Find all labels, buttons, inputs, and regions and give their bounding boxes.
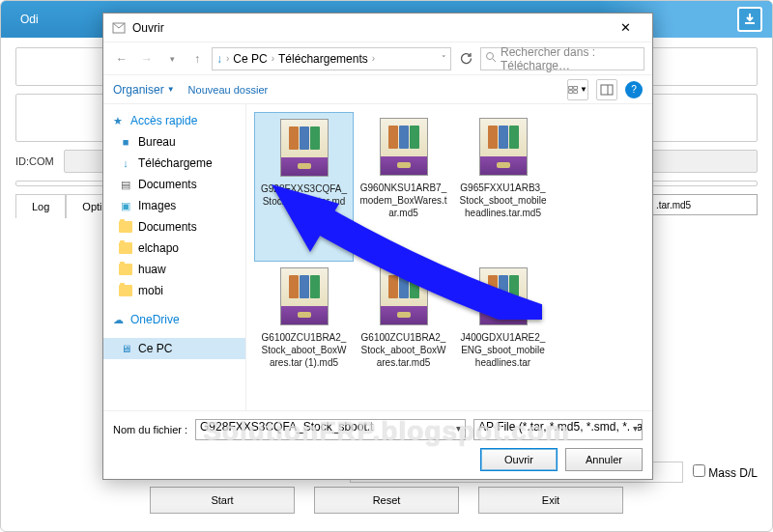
start-button[interactable]: Start — [150, 487, 295, 514]
file-item[interactable]: G965FXXU1ARB3_Stock_sboot_mobileheadline… — [453, 112, 553, 262]
tree-documents[interactable]: ▤Documents — [103, 174, 245, 195]
filename-label: Nom du fichier : — [113, 424, 187, 435]
filename-input[interactable]: G928FXXS3CQFA_Stock_sboot.t — [195, 419, 466, 440]
exit-button[interactable]: Exit — [478, 487, 623, 514]
file-label: G6100ZCU1BRA2_Stock_aboot_BoxWares.tar (… — [260, 331, 348, 369]
file-item[interactable]: J400GDXU1ARE2_ENG_sboot_mobileheadlines.… — [453, 262, 553, 410]
reset-button[interactable]: Reset — [314, 487, 459, 514]
organize-button[interactable]: Organiser ▼ — [113, 83, 175, 97]
svg-rect-4 — [569, 90, 573, 93]
download-icon — [737, 7, 762, 32]
refresh-button[interactable] — [455, 48, 476, 70]
file-open-dialog: Ouvrir ✕ ← → ▾ ↑ ↓ › Ce PC › Téléchargem… — [102, 13, 653, 480]
tree-huaw[interactable]: huaw — [103, 259, 245, 280]
nav-forward-button[interactable]: → — [136, 48, 157, 70]
open-button[interactable]: Ouvrir — [480, 448, 558, 471]
svg-rect-6 — [601, 85, 613, 95]
file-label: G928FXXS3CQFA_Stock_sboot.tar.md5 — [261, 182, 347, 220]
help-button[interactable]: ? — [625, 81, 643, 98]
file-item[interactable]: G6100ZCU1BRA2_Stock_aboot_BoxWares.tar (… — [254, 262, 354, 410]
archive-icon — [280, 119, 329, 177]
address-dropdown-icon[interactable]: ˅ — [442, 54, 446, 64]
tab-log[interactable]: Log — [15, 194, 66, 218]
cancel-button[interactable]: Annuler — [565, 448, 643, 471]
close-button[interactable]: ✕ — [606, 14, 644, 42]
svg-rect-5 — [574, 90, 578, 93]
file-label: G6100ZCU1BRA2_Stock_aboot_BoxWares.tar.m… — [359, 331, 447, 369]
tree-elchapo[interactable]: elchapo — [103, 238, 245, 259]
svg-rect-2 — [569, 86, 573, 89]
tree-quick-access[interactable]: ★Accès rapide — [103, 110, 245, 131]
files-pane[interactable]: G928FXXS3CQFA_Stock_sboot.tar.md5 G960NK… — [246, 104, 652, 410]
svg-point-1 — [487, 53, 494, 60]
archive-icon — [380, 267, 428, 325]
file-label: J400GDXU1ARE2_ENG_sboot_mobileheadlines.… — [459, 331, 547, 369]
file-item[interactable]: G928FXXS3CQFA_Stock_sboot.tar.md5 — [254, 112, 354, 262]
file-label: G965FXXU1ARB3_Stock_sboot_mobileheadline… — [459, 182, 547, 219]
breadcrumb-folder[interactable]: Téléchargements — [278, 52, 368, 66]
archive-icon — [479, 267, 528, 325]
tree-desktop[interactable]: ■Bureau — [103, 131, 245, 153]
nav-up-button[interactable]: ↑ — [186, 48, 208, 70]
dialog-icon — [111, 20, 127, 36]
tree-onedrive[interactable]: ☁OneDrive — [103, 309, 245, 330]
svg-rect-3 — [574, 86, 578, 89]
address-bar[interactable]: ↓ › Ce PC › Téléchargements › ˅ — [212, 47, 451, 70]
dialog-title-bar: Ouvrir ✕ — [103, 14, 652, 42]
nav-back-button[interactable]: ← — [111, 48, 132, 70]
tree-documents2[interactable]: Documents — [103, 216, 245, 238]
dialog-title: Ouvrir — [132, 21, 164, 35]
nav-tree: ★Accès rapide ■Bureau ↓Téléchargeme ▤Doc… — [103, 104, 246, 410]
tree-downloads[interactable]: ↓Téléchargeme — [103, 153, 245, 174]
search-icon — [485, 51, 497, 66]
search-input[interactable]: Rechercher dans : Télécharge… — [480, 47, 644, 70]
tree-images[interactable]: ▣Images — [103, 195, 245, 216]
nav-recent-button[interactable]: ▾ — [161, 48, 183, 70]
odin-title: Odi — [20, 13, 39, 26]
breadcrumb-root[interactable]: Ce PC — [233, 52, 267, 66]
file-label: G960NKSU1ARB7_modem_BoxWares.tar.md5 — [359, 182, 447, 219]
view-options-button[interactable]: ▼ — [567, 79, 588, 100]
tree-this-pc[interactable]: 🖥Ce PC — [103, 338, 245, 359]
filetype-filter[interactable]: AP File (*.tar, *.md5, *.smd, *.ga — [473, 419, 643, 440]
idcom-label: ID:COM — [15, 155, 54, 167]
tree-mobi[interactable]: mobi — [103, 280, 245, 301]
preview-pane-button[interactable] — [596, 79, 617, 100]
archive-icon — [479, 118, 528, 176]
archive-icon — [380, 118, 428, 176]
new-folder-button[interactable]: Nouveau dossier — [188, 84, 269, 96]
archive-icon — [280, 267, 329, 325]
file-item[interactable]: G960NKSU1ARB7_modem_BoxWares.tar.md5 — [354, 112, 453, 262]
file-item[interactable]: G6100ZCU1BRA2_Stock_aboot_BoxWares.tar.m… — [354, 262, 453, 410]
search-placeholder: Rechercher dans : Télécharge… — [501, 45, 640, 72]
ap-path-input[interactable] — [651, 194, 758, 215]
download-arrow-icon: ↓ — [216, 52, 222, 66]
